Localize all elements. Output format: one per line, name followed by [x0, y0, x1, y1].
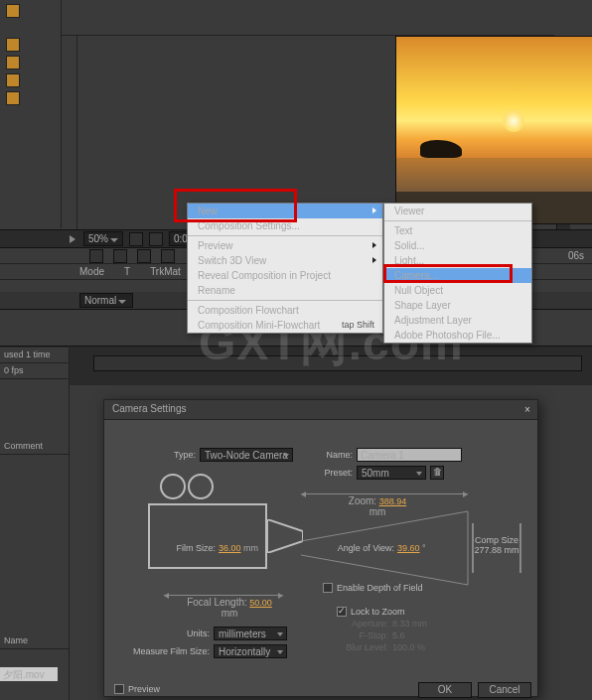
tool-swatch[interactable] [6, 73, 20, 87]
switch-icon[interactable] [89, 249, 103, 263]
menu-comp-settings[interactable]: Composition Settings... [188, 218, 382, 233]
dof-label: Enable Depth of Field [337, 583, 436, 593]
sea-graphic [396, 158, 592, 192]
usage-label: used 1 time [0, 348, 69, 363]
menu-label: New [198, 206, 218, 216]
type-value: Two-Node Camera [205, 450, 288, 461]
filmsize-label: Film Size: [166, 543, 216, 553]
chevron-right-icon [372, 208, 376, 213]
menu-label: Switch 3D View [198, 255, 266, 266]
submenu-null[interactable]: Null Object [384, 283, 531, 298]
preset-value: 50mm [362, 468, 389, 479]
filmsize-value[interactable]: 36.00 [219, 543, 241, 553]
composition-viewport[interactable] [77, 36, 554, 229]
close-icon[interactable]: × [521, 404, 533, 416]
dialog-titlebar: Camera Settings × [104, 400, 537, 420]
units-value: millimeters [219, 629, 266, 639]
ruler-horizontal [62, 20, 554, 36]
grid-icon[interactable] [129, 232, 143, 246]
compsize-label: Comp Size [472, 535, 521, 545]
focal-label: Focal Length: 50.00 mm [180, 597, 279, 619]
preset-dropdown[interactable]: 50mm [357, 466, 426, 480]
dialog-title: Camera Settings [112, 403, 186, 414]
preset-label: Preset: [313, 468, 353, 478]
mask-icon[interactable] [149, 232, 163, 246]
switch-icon[interactable] [161, 249, 175, 263]
camera-settings-dialog: Camera Settings × Type: Two-Node Camera … [103, 399, 538, 697]
switch-icon[interactable] [137, 249, 151, 263]
menu-switch-3d[interactable]: Switch 3D View [188, 253, 382, 268]
menu-label: Adobe Photoshop File... [394, 330, 501, 341]
timeline-ruler[interactable] [93, 355, 582, 371]
tool-swatch[interactable] [6, 91, 20, 105]
units-label: Units: [160, 629, 210, 638]
submenu-light[interactable]: Light... [384, 253, 531, 268]
zoom-value[interactable]: 388.94 [379, 496, 407, 506]
aperture-value: 8.33 mm [392, 619, 432, 629]
preview-label: Preview [128, 684, 178, 694]
blur-label: Blur Level: [333, 642, 388, 652]
menu-reveal[interactable]: Reveal Composition in Project [188, 268, 382, 283]
footage-sunset[interactable] [395, 36, 592, 224]
play-icon[interactable] [70, 235, 77, 243]
zoom-dropdown[interactable]: 50% [83, 231, 123, 246]
angle-value[interactable]: 39.60 [397, 543, 420, 553]
tool-swatch[interactable] [6, 38, 20, 52]
submenu-shape[interactable]: Shape Layer [384, 298, 531, 313]
measure-dropdown[interactable]: Horizontally [214, 644, 287, 658]
cancel-label: Cancel [489, 684, 519, 695]
svg-marker-0 [267, 519, 303, 553]
file-row[interactable]: 夕阳.mov [0, 667, 58, 681]
menu-label: Light... [394, 255, 424, 266]
menu-label: Composition Flowchart [198, 305, 299, 316]
submenu-solid[interactable]: Solid... [384, 238, 531, 253]
mode-dropdown[interactable]: Normal [79, 293, 133, 308]
menu-new[interactable]: New [188, 204, 382, 218]
units-dropdown[interactable]: millimeters [214, 627, 287, 640]
chevron-right-icon [372, 257, 376, 263]
lens-icon [267, 519, 303, 553]
submenu-psd[interactable]: Adobe Photoshop File... [384, 328, 531, 343]
tool-swatch[interactable] [6, 56, 20, 70]
ruler-vertical [62, 36, 77, 233]
submenu-text[interactable]: Text [384, 223, 531, 238]
menu-separator [188, 300, 382, 301]
menu-rename[interactable]: Rename [188, 283, 382, 298]
type-dropdown[interactable]: Two-Node Camera [200, 448, 293, 462]
menu-label: Composition Mini-Flowchart [198, 320, 320, 331]
tool-swatch[interactable] [6, 4, 20, 18]
fstop-value: 5.6 [392, 630, 432, 640]
menu-label: Composition Settings... [198, 220, 300, 231]
menu-preview[interactable]: Preview [188, 238, 382, 253]
compsize-value: 277.88 mm [472, 545, 521, 555]
measure-label: Measure Film Size: [120, 646, 210, 656]
project-panel: used 1 time 0 fps Comment Name [0, 348, 70, 700]
switch-icon[interactable] [113, 249, 127, 263]
dof-checkbox[interactable] [323, 583, 333, 593]
new-submenu: Viewer Text Solid... Light... Camera... … [383, 203, 532, 344]
cancel-button[interactable]: Cancel [478, 682, 531, 698]
t-header: T [124, 266, 130, 277]
submenu-camera[interactable]: Camera... [384, 268, 531, 283]
trash-icon[interactable]: 🗑 [430, 466, 444, 480]
submenu-viewer[interactable]: Viewer [384, 204, 531, 218]
reel-icon [188, 474, 214, 499]
menu-mini-flowchart[interactable]: Composition Mini-Flowcharttap Shift [188, 318, 382, 333]
mode-header: Mode [79, 266, 104, 277]
menu-separator [188, 235, 382, 236]
ok-button[interactable]: OK [418, 682, 472, 698]
menu-flowchart[interactable]: Composition Flowchart [188, 303, 382, 318]
name-label: Name: [313, 450, 353, 460]
menu-label: Camera... [394, 270, 438, 281]
lock-checkbox[interactable] [337, 607, 347, 617]
time-end: 06s [568, 250, 584, 261]
aperture-label: Aperture: [333, 619, 388, 629]
name-input[interactable]: Camera 1 [357, 448, 462, 462]
preview-checkbox[interactable] [114, 684, 124, 694]
shortcut-hint: tap Shift [342, 320, 374, 330]
submenu-adjustment[interactable]: Adjustment Layer [384, 313, 531, 328]
focal-value[interactable]: 50.00 [249, 598, 272, 608]
camera-body-icon [148, 503, 267, 569]
zoom-label: Zoom: 388.94 mm [343, 495, 412, 517]
context-menu: New Composition Settings... Preview Swit… [187, 203, 383, 334]
